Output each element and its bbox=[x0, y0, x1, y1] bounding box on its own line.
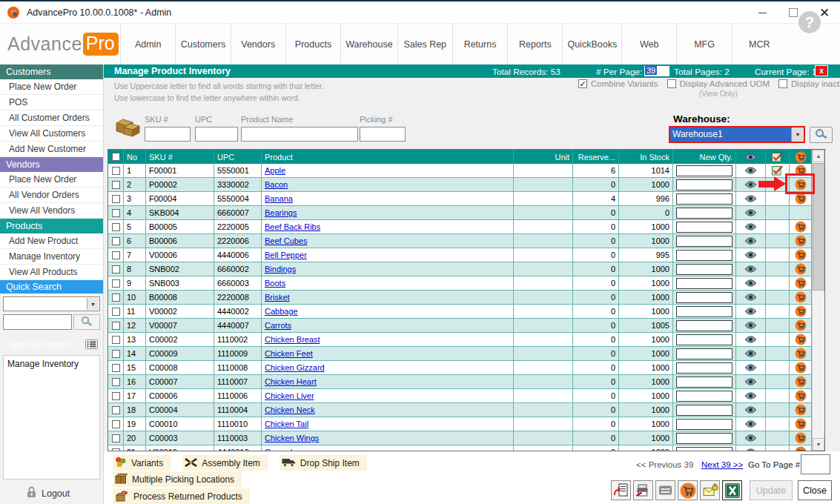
new-qty-input[interactable] bbox=[676, 278, 732, 289]
view-icon[interactable] bbox=[744, 322, 757, 329]
product-link[interactable]: Boots bbox=[265, 279, 285, 288]
sidebar-item-add-new-customer[interactable]: Add New Customer bbox=[0, 142, 103, 157]
nav-tab-mcr[interactable]: MCR bbox=[732, 24, 787, 64]
email-lock-icon[interactable] bbox=[700, 480, 720, 500]
nav-tab-admin[interactable]: Admin bbox=[120, 24, 175, 64]
product-link[interactable]: Chicken Wings bbox=[265, 434, 319, 442]
sidebar-item-all-customer-orders[interactable]: All Customer Orders bbox=[0, 110, 103, 126]
row-select-checkbox[interactable] bbox=[112, 336, 120, 344]
vendor-icon[interactable] bbox=[795, 263, 807, 275]
row-select-checkbox[interactable] bbox=[112, 392, 120, 400]
nav-tab-products[interactable]: Products bbox=[285, 24, 340, 64]
nav-tab-customers[interactable]: Customers bbox=[175, 24, 230, 64]
warehouse-search-button[interactable] bbox=[810, 127, 833, 143]
view-icon[interactable] bbox=[744, 378, 757, 385]
sidebar-item-place-new-order[interactable]: Place New Order bbox=[0, 79, 103, 95]
window-list-icon[interactable] bbox=[84, 339, 99, 350]
product-link[interactable]: Chicken Gizzard bbox=[265, 363, 325, 372]
row-select-checkbox[interactable] bbox=[112, 209, 120, 217]
next-page-link[interactable]: Next 39 >> bbox=[701, 460, 743, 469]
sidebar-item-view-all-vendors[interactable]: View All Vendors bbox=[0, 203, 103, 219]
close-page-button[interactable]: x bbox=[815, 65, 828, 76]
new-qty-input[interactable] bbox=[676, 264, 732, 275]
row-select-checkbox[interactable] bbox=[112, 251, 120, 259]
help-icon[interactable]: ? bbox=[798, 11, 821, 33]
new-qty-input[interactable] bbox=[676, 348, 732, 359]
view-icon[interactable] bbox=[744, 209, 757, 216]
vendor-icon[interactable] bbox=[795, 249, 807, 261]
warehouse-dropdown[interactable]: Warehouse1 ▼ bbox=[669, 126, 805, 143]
new-qty-input[interactable] bbox=[676, 405, 732, 416]
select-all-checkbox[interactable] bbox=[112, 153, 120, 161]
scroll-down-icon[interactable]: ▼ bbox=[813, 438, 824, 451]
per-page-input[interactable]: 39 bbox=[644, 66, 669, 76]
new-qty-input[interactable] bbox=[676, 320, 732, 331]
update-button[interactable]: Update bbox=[750, 480, 793, 500]
row-select-checkbox[interactable] bbox=[112, 167, 120, 175]
view-icon[interactable] bbox=[744, 294, 757, 301]
product-link[interactable]: Bell Pepper bbox=[265, 251, 307, 259]
new-qty-input[interactable] bbox=[676, 179, 732, 190]
vendor-icon[interactable] bbox=[795, 319, 807, 331]
nav-tab-vendors[interactable]: Vendors bbox=[231, 24, 285, 64]
open-window-item[interactable]: Manage Inventory bbox=[7, 359, 96, 369]
row-select-checkbox[interactable] bbox=[112, 195, 120, 203]
product-link[interactable]: Bindings bbox=[265, 265, 296, 273]
new-qty-input[interactable] bbox=[676, 433, 732, 444]
nav-tab-reports[interactable]: Reports bbox=[507, 24, 562, 64]
new-qty-input[interactable] bbox=[676, 165, 732, 176]
chevron-down-icon[interactable]: ▼ bbox=[791, 127, 804, 142]
close-button[interactable]: Close bbox=[798, 480, 832, 500]
product-link[interactable]: Carrots bbox=[265, 321, 291, 330]
display-advanced-uom-checkbox[interactable] bbox=[667, 79, 676, 88]
variant-select-icon[interactable] bbox=[772, 165, 783, 176]
quick-search-button[interactable] bbox=[73, 314, 100, 330]
row-select-checkbox[interactable] bbox=[112, 378, 120, 386]
logout-button[interactable]: Logout bbox=[27, 486, 70, 500]
vendor-icon[interactable] bbox=[795, 334, 807, 345]
new-qty-input[interactable] bbox=[676, 236, 732, 247]
view-icon[interactable] bbox=[744, 223, 757, 231]
display-inactive-checkbox[interactable] bbox=[778, 79, 787, 88]
sidebar-item-add-new-product[interactable]: Add New Product bbox=[0, 233, 103, 249]
row-select-checkbox[interactable] bbox=[112, 364, 120, 372]
vendor-icon[interactable] bbox=[795, 376, 807, 388]
view-icon[interactable] bbox=[744, 392, 757, 399]
vendor-icon[interactable] bbox=[795, 291, 807, 303]
view-icon[interactable] bbox=[744, 406, 757, 414]
vendor-icon[interactable] bbox=[795, 193, 807, 205]
nav-tab-warehouse[interactable]: Warehouse bbox=[340, 24, 397, 64]
new-qty-input[interactable] bbox=[676, 250, 732, 261]
new-qty-input[interactable] bbox=[676, 222, 732, 233]
vendor-icon[interactable] bbox=[795, 348, 807, 359]
view-icon[interactable] bbox=[744, 308, 757, 315]
excel-export-icon[interactable] bbox=[722, 480, 742, 500]
new-qty-input[interactable] bbox=[676, 419, 732, 430]
row-select-checkbox[interactable] bbox=[112, 434, 120, 442]
product-link[interactable]: Chicken Liver bbox=[265, 391, 314, 400]
view-icon[interactable] bbox=[744, 181, 757, 188]
product-link[interactable]: Beef Cubes bbox=[265, 236, 307, 245]
new-qty-input[interactable] bbox=[676, 193, 732, 205]
product-link[interactable]: Chicken Heart bbox=[265, 377, 317, 386]
view-icon[interactable] bbox=[744, 265, 757, 273]
cash-drawer-icon[interactable] bbox=[655, 480, 675, 500]
purchase-cart-icon[interactable] bbox=[678, 480, 698, 500]
row-select-checkbox[interactable] bbox=[112, 265, 120, 273]
view-icon[interactable] bbox=[744, 420, 757, 428]
vendor-icon[interactable] bbox=[795, 221, 807, 233]
row-select-checkbox[interactable] bbox=[112, 237, 120, 245]
vendor-icon[interactable] bbox=[795, 432, 807, 444]
view-icon[interactable] bbox=[744, 434, 757, 442]
view-icon[interactable] bbox=[744, 195, 757, 202]
scroll-up-icon[interactable]: ▲ bbox=[813, 150, 824, 162]
minimize-icon[interactable] bbox=[747, 1, 778, 24]
product-link[interactable]: Chicken Neck bbox=[265, 405, 315, 414]
vendor-icon[interactable] bbox=[795, 305, 807, 317]
view-icon[interactable] bbox=[744, 167, 757, 174]
sidebar-item-view-all-products[interactable]: View All Products bbox=[0, 265, 103, 280]
vendor-icon[interactable] bbox=[795, 446, 807, 451]
vendor-icon[interactable] bbox=[795, 390, 807, 402]
vendor-icon[interactable] bbox=[795, 235, 807, 247]
vendor-icon[interactable] bbox=[795, 404, 807, 416]
